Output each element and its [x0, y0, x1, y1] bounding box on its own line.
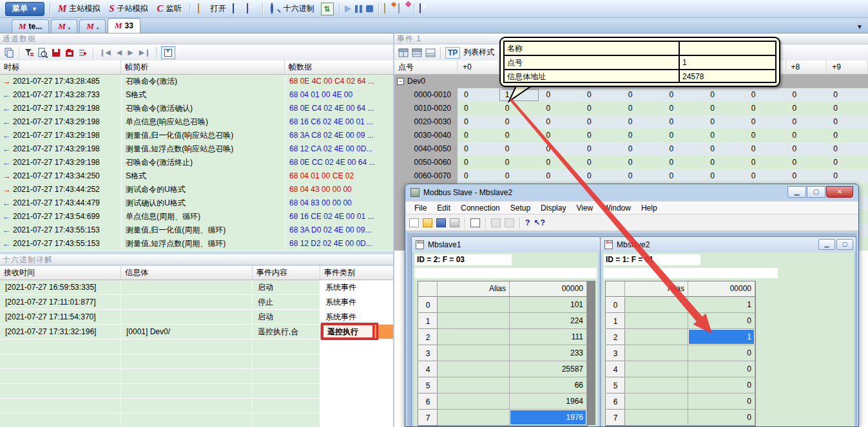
point-value-cell[interactable]: 0 [539, 142, 581, 156]
point-value-cell[interactable]: 0 [539, 169, 581, 183]
save-all-button[interactable] [247, 4, 257, 14]
column-header[interactable]: 时标 [0, 61, 121, 74]
address-column-header[interactable]: 00000 [510, 281, 587, 297]
row-number[interactable]: 5 [418, 377, 438, 394]
point-value-cell[interactable]: 0 [539, 156, 581, 169]
alias-cell[interactable] [438, 345, 510, 361]
column-header[interactable]: 帧数据 [285, 61, 394, 74]
point-value-cell[interactable]: 0 [539, 88, 581, 102]
register-value-cell[interactable]: 25587 [510, 361, 587, 377]
register-value-cell[interactable]: 0 [688, 313, 755, 329]
point-value-cell[interactable]: 0 [704, 129, 745, 142]
tab-4[interactable]: M33 [108, 18, 140, 33]
alias-cell[interactable] [438, 377, 510, 394]
point-value-cell[interactable]: 0 [539, 115, 581, 129]
column-header[interactable]: 接收时间 [0, 266, 121, 280]
register-value-cell[interactable]: 0 [688, 361, 755, 377]
point-value-cell[interactable]: 0 [704, 142, 745, 156]
alias-cell[interactable] [625, 329, 688, 345]
table-row[interactable]: ←2021-07-27 17:43:55:153测量值,归一化值(周期、循环)6… [0, 223, 394, 237]
column-header[interactable]: 事件内容 [253, 266, 320, 280]
table-row[interactable]: ←2021-07-27 17:43:44:479测试确认的U格式68 04 83… [0, 196, 394, 210]
help-about-button[interactable]: ? [525, 218, 530, 227]
point-value-cell[interactable]: 0 [662, 129, 704, 142]
point-value-cell[interactable]: 0 [786, 129, 827, 142]
alias-cell[interactable] [625, 410, 688, 426]
column-header[interactable]: 点号 [394, 61, 458, 74]
point-value-cell[interactable]: 0 [662, 88, 704, 102]
open-button[interactable]: 打开 [195, 2, 229, 16]
point-value-cell[interactable]: 0 [745, 102, 786, 115]
tp-button[interactable]: TP [445, 47, 460, 59]
hex-view-button[interactable]: 十六进制 [268, 2, 317, 16]
table-row[interactable]: →2021-07-27 17:43:28:485召唤命令(激活)68 0E 4C… [0, 75, 394, 88]
point-value-cell[interactable]: 0 [704, 102, 745, 115]
open-file-button[interactable] [423, 218, 432, 227]
alias-cell[interactable] [438, 394, 510, 410]
alias-cell[interactable] [625, 377, 688, 394]
point-value-cell[interactable]: 0 [786, 169, 827, 183]
column-header[interactable]: +8 [786, 61, 827, 74]
row-number[interactable]: 4 [606, 361, 625, 377]
layout-grid-button[interactable] [398, 48, 409, 58]
point-value-cell[interactable]: 0 [458, 102, 499, 115]
table-row[interactable]: [2021-07-27 17:31:32:196][0001] Dev0/遥控执… [0, 325, 394, 339]
table-row[interactable]: →2021-07-27 17:43:34:250S格式68 04 01 00 C… [0, 169, 394, 183]
table-row[interactable]: [2021-07-27 16:59:53:335]启动系统事件 [0, 280, 394, 295]
collapse-icon[interactable]: − [397, 78, 404, 85]
point-value-cell[interactable]: 0 [539, 102, 581, 115]
column-header[interactable]: +0 [458, 61, 499, 74]
point-value-cell[interactable]: 0 [662, 142, 704, 156]
alias-cell[interactable] [625, 394, 688, 410]
table-row[interactable]: ←2021-07-27 17:43:29:198测量值,短浮点数(响应站总召唤)… [0, 142, 394, 156]
register-value-cell[interactable]: 0 [688, 394, 755, 410]
register-value-cell[interactable]: 101 [510, 297, 587, 313]
child-minimize-button[interactable]: ▁ [818, 239, 835, 250]
point-value-cell[interactable]: 0 [827, 102, 868, 115]
save-log-button[interactable] [51, 48, 61, 58]
alias-cell[interactable] [438, 361, 510, 377]
point-value-cell[interactable]: 0 [827, 169, 868, 183]
point-value-cell[interactable]: 0 [499, 115, 540, 129]
alias-cell[interactable] [438, 410, 510, 426]
tab-3[interactable]: M. [79, 19, 106, 33]
master-sim-button[interactable]: M主站模拟 [55, 2, 102, 16]
point-value-cell[interactable]: 0 [622, 115, 663, 129]
point-value-cell[interactable]: 0 [622, 156, 663, 169]
mbslave2-title-bar[interactable]: Mbslave2 [601, 237, 856, 252]
register-value-cell[interactable]: 1976 [510, 410, 587, 426]
alias-cell[interactable] [438, 329, 510, 345]
point-value-cell[interactable]: 0 [581, 129, 622, 142]
menu-item-connection[interactable]: Connection [456, 204, 505, 213]
point-value-cell[interactable]: 0 [745, 88, 786, 102]
point-value-cell[interactable]: 0 [827, 88, 868, 102]
layout-split-button[interactable] [412, 48, 422, 58]
point-value-cell[interactable]: 0 [581, 115, 622, 129]
point-value-cell[interactable]: 0 [745, 129, 786, 142]
slave-sim-button[interactable]: S子站模拟 [106, 2, 150, 16]
menu-item-setup[interactable]: Setup [505, 204, 535, 213]
point-value-cell[interactable]: 0 [539, 129, 581, 142]
point-value-cell[interactable]: 0 [581, 102, 622, 115]
tab-overflow-button[interactable]: ▼ [856, 23, 863, 30]
preview-button[interactable] [37, 48, 48, 58]
table-row[interactable]: 0060-00700000000000 [394, 169, 868, 183]
point-value-cell[interactable]: 0 [745, 156, 786, 169]
refresh-toggle-button[interactable]: ⇅ [321, 3, 334, 15]
register-value-cell[interactable]: 0 [688, 410, 755, 426]
save-button[interactable] [233, 4, 243, 14]
row-number[interactable]: 7 [418, 410, 438, 426]
point-value-cell[interactable]: 0 [662, 115, 704, 129]
copy-button[interactable] [4, 48, 14, 58]
table-row[interactable]: ←2021-07-27 17:43:29:198单点信息(响应站总召唤)68 1… [0, 115, 394, 129]
point-value-cell[interactable]: 0 [581, 88, 622, 102]
last-page-button[interactable]: ▶❙ [138, 48, 152, 57]
column-header[interactable]: 信息体 [121, 266, 253, 280]
minimize-button[interactable]: ▁ [787, 186, 806, 198]
first-page-button[interactable]: ❙◀ [98, 48, 112, 57]
point-value-cell[interactable]: 0 [745, 169, 786, 183]
point-value-cell[interactable]: 0 [704, 156, 745, 169]
display-setup-button[interactable] [470, 218, 480, 227]
filter-button[interactable] [24, 48, 34, 58]
auto-scroll-toggle[interactable] [161, 46, 175, 59]
